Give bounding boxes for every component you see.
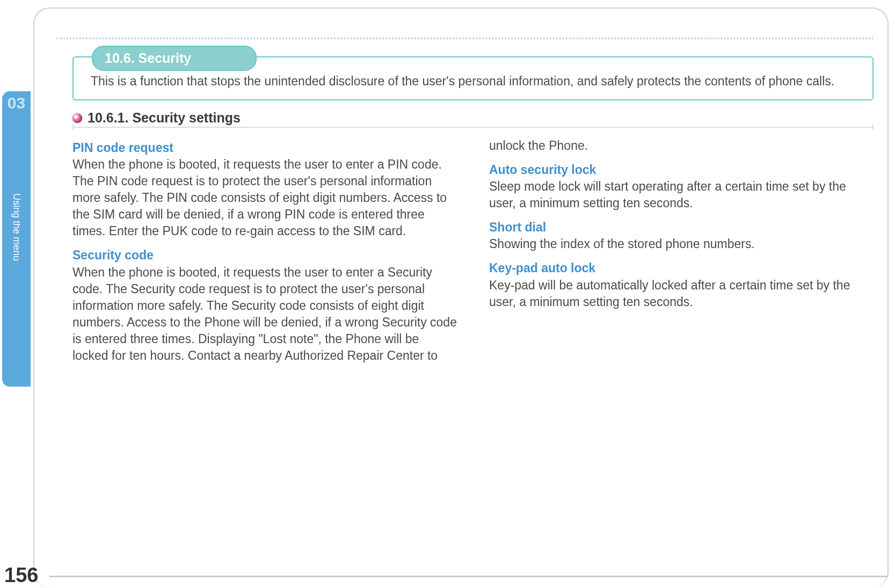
heading-keypad-auto-lock: Key-pad auto lock <box>489 260 874 277</box>
bullet-icon <box>72 113 82 123</box>
section-box: 10.6. Security This is a function that s… <box>72 56 874 100</box>
column-right: unlock the Phone. Auto security lock Sle… <box>489 137 874 364</box>
para-security-code: When the phone is booted, it requests th… <box>72 264 457 364</box>
footer-rule <box>49 576 887 577</box>
body-columns: PIN code request When the phone is boote… <box>72 137 874 364</box>
heading-auto-security-lock: Auto security lock <box>489 162 874 178</box>
para-short-dial: Showing the index of the stored phone nu… <box>489 236 874 252</box>
para-auto-security-lock: Sleep mode lock will start operating aft… <box>489 178 874 212</box>
heading-short-dial: Short dial <box>489 219 874 236</box>
subsection-header: 10.6.1. Security settings <box>72 110 874 128</box>
subsection-title: 10.6.1. Security settings <box>88 110 241 126</box>
section-title-pill: 10.6. Security <box>92 46 257 71</box>
para-pin-code-request: When the phone is booted, it requests th… <box>72 156 457 239</box>
content-area: 10.6. Security This is a function that s… <box>56 38 874 364</box>
section-description: This is a function that stops the uninte… <box>91 72 862 90</box>
column-left: PIN code request When the phone is boote… <box>72 137 457 364</box>
heading-security-code: Security code <box>72 247 457 264</box>
heading-pin-code-request: PIN code request <box>72 140 457 156</box>
page-number: 156 <box>0 564 38 588</box>
chapter-number: 03 <box>2 94 31 112</box>
dotted-divider <box>56 38 874 39</box>
para-keypad-auto-lock: Key-pad will be automatically locked aft… <box>489 277 874 310</box>
para-continuation: unlock the Phone. <box>489 137 874 154</box>
side-label: Using the menu <box>2 193 31 301</box>
